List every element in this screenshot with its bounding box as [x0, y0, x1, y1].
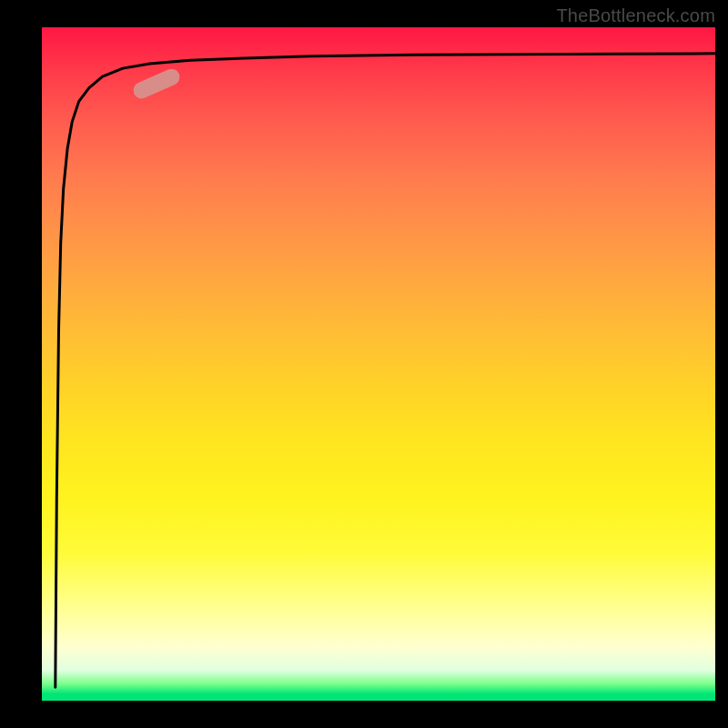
curve-svg: [42, 27, 715, 701]
credit-text: TheBottleneck.com: [556, 5, 715, 26]
chart-canvas: TheBottleneck.com: [0, 0, 728, 728]
plot-area: [42, 27, 715, 701]
curve-path: [56, 54, 715, 687]
